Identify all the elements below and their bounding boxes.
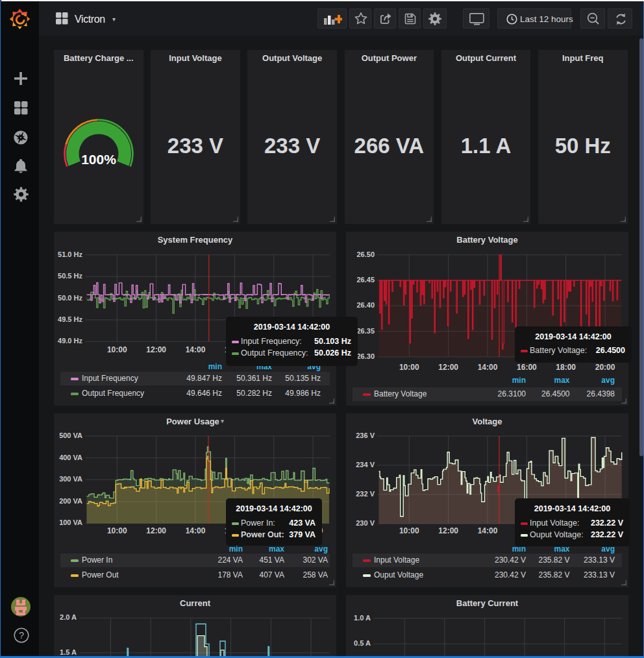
svg-text:?: ? <box>19 630 24 640</box>
